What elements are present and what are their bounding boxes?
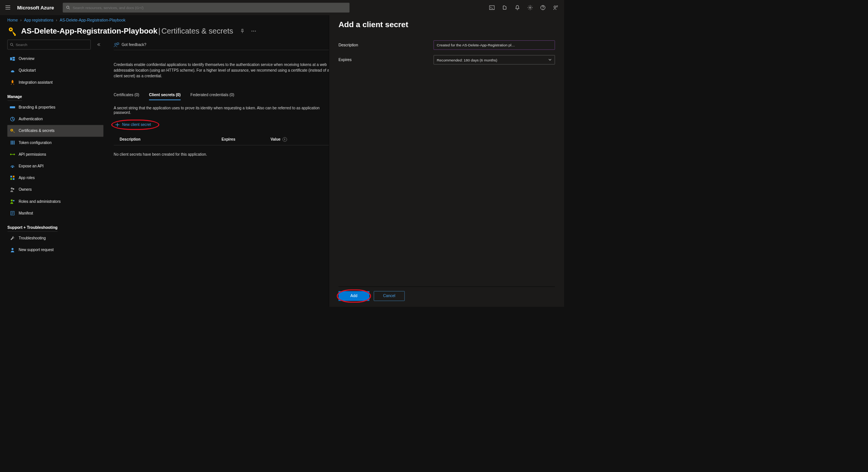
crumb-sep: › xyxy=(56,18,57,22)
svg-rect-19 xyxy=(11,141,12,144)
global-search-input[interactable] xyxy=(73,6,346,10)
sidebar-item-api-permissions[interactable]: API permissions xyxy=(8,149,104,160)
info-icon[interactable]: i xyxy=(282,137,287,142)
title-divider: | xyxy=(158,27,160,35)
sidebar-item-token-configuration[interactable]: Token configuration xyxy=(8,137,104,149)
svg-point-32 xyxy=(13,200,14,201)
svg-point-10 xyxy=(255,31,256,32)
expires-value: Recommended: 180 days (6 months) xyxy=(437,58,497,62)
more-button[interactable] xyxy=(250,27,258,35)
svg-rect-28 xyxy=(13,178,15,180)
cloud-shell-icon[interactable] xyxy=(486,2,498,13)
sidebar-item-label: Owners xyxy=(18,187,32,192)
global-search[interactable] xyxy=(63,3,350,12)
sidebar-search-input[interactable] xyxy=(16,43,88,47)
collapse-sidebar-button[interactable] xyxy=(95,41,102,48)
svg-point-31 xyxy=(11,199,13,201)
crumb-current[interactable]: AS-Delete-App-Registration-Playbook xyxy=(60,18,126,22)
pin-button[interactable] xyxy=(239,27,247,35)
key-icon xyxy=(10,128,15,133)
sidebar-item-label: App roles xyxy=(18,176,35,180)
brand-label: Microsoft Azure xyxy=(17,5,54,11)
description-label: Description xyxy=(339,43,434,48)
sidebar-item-certificates-secrets[interactable]: Certificates & secrets xyxy=(8,125,104,137)
app-key-icon xyxy=(8,26,18,36)
sidebar-item-label: Certificates & secrets xyxy=(18,129,54,133)
notifications-icon[interactable] xyxy=(512,2,523,13)
svg-rect-14 xyxy=(12,59,15,61)
svg-rect-21 xyxy=(14,141,14,144)
svg-rect-15 xyxy=(10,106,15,108)
crumb-sep: › xyxy=(20,18,21,22)
sidebar-item-expose-an-api[interactable]: Expose an API xyxy=(8,160,104,172)
sidebar-item-manifest[interactable]: Manifest xyxy=(8,207,104,219)
sidebar-item-authentication[interactable]: Authentication xyxy=(8,113,104,125)
sidebar-item-troubleshooting[interactable]: Troubleshooting xyxy=(8,232,104,244)
radmin-icon xyxy=(10,199,15,204)
svg-point-23 xyxy=(14,154,15,155)
sidebar-item-label: New support request xyxy=(18,248,54,252)
chevron-down-icon xyxy=(548,58,552,61)
directories-icon[interactable] xyxy=(499,2,510,13)
tab-certificates[interactable]: Certificates (0) xyxy=(114,93,140,100)
svg-point-18 xyxy=(11,130,12,131)
add-button[interactable]: Add xyxy=(339,291,370,301)
settings-icon[interactable] xyxy=(524,2,536,13)
sidebar-item-branding-properties[interactable]: Branding & properties xyxy=(8,101,104,113)
svg-rect-12 xyxy=(10,57,12,60)
svg-point-5 xyxy=(554,6,556,8)
help-icon[interactable] xyxy=(537,2,549,13)
sidebar-search[interactable] xyxy=(8,40,91,49)
svg-point-29 xyxy=(11,187,13,189)
sidebar-item-quickstart[interactable]: Quickstart xyxy=(8,65,104,77)
svg-point-11 xyxy=(11,43,13,45)
sidebar-item-label: Authentication xyxy=(18,117,43,121)
sidebar-item-roles-and-administrators[interactable]: Roles and administrators xyxy=(8,196,104,207)
sidebar-item-app-roles[interactable]: App roles xyxy=(8,172,104,184)
rocket-icon xyxy=(10,80,15,85)
sidebar-item-owners[interactable]: Owners xyxy=(8,184,104,195)
sidebar-item-label: Troubleshooting xyxy=(18,236,46,241)
sidebar-item-label: Integration assistant xyxy=(18,80,52,85)
sidebar-item-new-support-request[interactable]: New support request xyxy=(8,244,104,256)
svg-point-22 xyxy=(10,154,12,155)
sidebar-item-label: Quickstart xyxy=(18,68,35,73)
svg-point-30 xyxy=(13,188,14,190)
expires-select[interactable]: Recommended: 180 days (6 months) xyxy=(434,55,555,64)
overview-icon xyxy=(10,56,15,61)
new-client-secret-button[interactable]: New client secret xyxy=(114,121,157,129)
svg-rect-13 xyxy=(12,57,15,59)
hamburger-menu[interactable] xyxy=(3,3,13,12)
cancel-button[interactable]: Cancel xyxy=(374,291,405,301)
page-title: AS-Delete-App-Registration-Playbook | Ce… xyxy=(21,27,233,35)
crumb-home[interactable]: Home xyxy=(8,18,18,22)
svg-rect-20 xyxy=(12,141,13,144)
nav-group-support: Support + Troubleshooting xyxy=(8,225,104,230)
description-input[interactable] xyxy=(434,40,555,50)
tab-description: A secret string that the application use… xyxy=(114,106,334,115)
branding-icon xyxy=(10,105,15,110)
crumb-apps[interactable]: App registrations xyxy=(24,18,54,22)
sidebar-item-label: Overview xyxy=(18,57,34,61)
new-client-secret-label: New client secret xyxy=(122,123,151,127)
col-expires: Expires xyxy=(222,137,271,142)
feedback-top-icon[interactable] xyxy=(550,2,561,13)
svg-point-9 xyxy=(253,31,254,32)
sidebar-item-overview[interactable]: Overview xyxy=(8,53,104,64)
token-icon xyxy=(10,140,15,145)
tab-client-secrets[interactable]: Client secrets (0) xyxy=(149,93,181,100)
tab-federated[interactable]: Federated credentials (0) xyxy=(190,93,234,100)
add-client-secret-panel: Add a client secret Description Expires … xyxy=(329,15,564,307)
intro-text: Credentials enable confidential applicat… xyxy=(114,62,334,79)
search-icon xyxy=(66,6,70,9)
sidebar-item-label: Manifest xyxy=(18,211,33,216)
svg-point-8 xyxy=(252,31,252,32)
sidebar-item-integration-assistant[interactable]: Integration assistant xyxy=(8,77,104,88)
svg-point-34 xyxy=(12,248,14,250)
auth-icon xyxy=(10,116,15,122)
panel-title: Add a client secret xyxy=(339,20,555,29)
svg-rect-27 xyxy=(10,178,12,180)
svg-rect-25 xyxy=(10,176,12,178)
svg-point-4 xyxy=(543,9,543,9)
svg-point-0 xyxy=(67,6,69,9)
